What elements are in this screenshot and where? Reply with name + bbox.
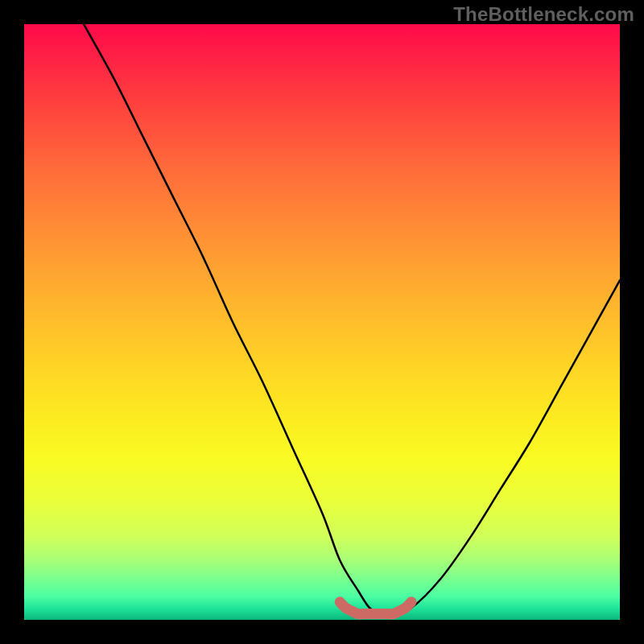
bottleneck-curve: [84, 24, 620, 615]
chart-container: TheBottleneck.com: [0, 0, 644, 644]
plot-area: [24, 24, 620, 620]
chart-svg: [24, 24, 620, 620]
optimal-band: [340, 602, 411, 614]
watermark-text: TheBottleneck.com: [453, 3, 634, 26]
